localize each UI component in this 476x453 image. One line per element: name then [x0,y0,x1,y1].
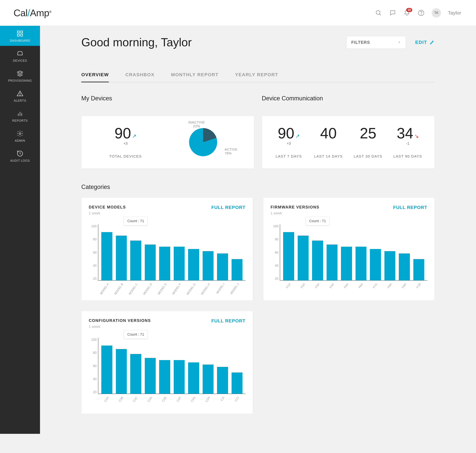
pencil-icon [429,40,435,45]
bar: C2E [159,338,170,394]
svg-point-9 [20,95,20,95]
comm-metric: 90↗+3LAST 7 DAYS [271,126,307,159]
comm-value: 34 [397,126,413,141]
bar: MODEL E [159,224,170,280]
full-report-link[interactable]: FULL REPORT [211,318,245,324]
comm-metric: 34↘-1LAST 90 DAYS [390,126,426,159]
comm-value: 90 [278,126,294,141]
chat-icon[interactable] [389,9,396,16]
chart-title: DEVICE MODELS [89,205,126,209]
help-icon[interactable] [418,9,425,16]
svg-rect-5 [21,31,23,33]
svg-line-1 [380,14,381,15]
page-title: Good morning, Taylor [81,36,192,49]
card-my-devices: 90 ↗ +3 TOTAL DEVICES INACTIVE 22% [81,116,254,169]
tabs: OVERVIEW CRASHBOX MONTHLY REPORT YEARLY … [81,72,435,82]
section-title-my-devices: My Devices [81,95,254,102]
arrow-down-icon: ↘ [414,134,419,139]
bar: F7A [370,224,381,280]
arrow-up-icon: ↗ [295,134,300,139]
card-device-communication: 90↗+3LAST 7 DAYS40 LAST 14 DAYS25 LAST 3… [262,116,435,169]
sidebar-item-label: PROVISIONING [8,79,32,83]
bar: C2J [231,338,243,394]
bar: F2A [298,224,309,280]
comm-value: 40 [320,126,337,141]
full-report-link[interactable]: FULL REPORT [393,205,427,210]
y-axis: 10080604020 [271,224,280,281]
avatar[interactable]: TK [432,8,441,18]
bar: MODEL B [116,224,127,280]
chart-title: FIRMWARE VERSIONS [271,205,319,209]
bar-chart: MODEL AMODEL BCount : 71MODEL CMODEL DMO… [98,224,245,281]
section-title-categories: Categories [81,184,435,191]
chart-tooltip: Count : 71 [124,217,147,225]
sidebar-item-alerts[interactable]: ALERTS [0,86,40,106]
bar-chart: F1AF2ACount : 71F3AF4AF5AF6AF7AF8AF9AF1B [280,224,427,281]
total-devices-value: 90 [115,126,131,141]
total-devices-caption: TOTAL DEVICES [109,154,142,159]
bar: C2H [203,338,214,394]
sidebar-item-label: AUDIT LOGS [10,159,30,163]
svg-rect-7 [21,34,23,36]
comm-caption: LAST 7 DAYS [271,154,307,159]
bar: MODEL G [188,224,199,280]
total-devices-delta: +3 [109,141,142,146]
chart-tooltip: Count : 71 [306,217,329,225]
comm-caption: LAST 90 DAYS [390,154,426,159]
bar: C2B [116,338,127,394]
chart-title: CONFIGURATION VERSIONS [89,318,151,323]
bar: MODEL F [174,224,185,280]
filters-dropdown[interactable]: FILTERS [346,36,406,49]
full-report-link[interactable]: FULL REPORT [211,205,245,210]
sidebar-item-admin[interactable]: ADMIN [0,126,40,146]
sidebar-item-label: DASHBOARD [10,39,30,42]
sidebar-item-devices[interactable]: DEVICES [0,46,40,66]
bar: F4A [327,224,338,280]
chart-subtitle: 1 week [89,325,151,329]
topbar: Cal/Amp® 16 TK Taylor [0,0,476,26]
y-axis: 10080604020 [89,224,98,281]
bar: F6A [356,224,367,280]
svg-rect-4 [17,31,19,33]
search-icon[interactable] [375,9,382,16]
sidebar-item-dashboard[interactable]: DASHBOARD [0,26,40,46]
comm-metric: 40 LAST 14 DAYS [310,126,347,159]
sidebar-item-provisioning[interactable]: PROVISIONING [0,66,40,86]
bar: C2D [145,338,156,394]
sidebar-item-reports[interactable]: REPORTS [0,106,40,126]
main-content: Good morning, Taylor FILTERS EDIT OVERVI… [40,26,476,434]
sidebar-item-label: DEVICES [13,59,27,63]
chart-card-config: CONFIGURATION VERSIONS1 weekFULL REPORT1… [81,311,253,414]
bar: MODEL A [101,224,112,280]
tab-crashbox[interactable]: CRASHBOX [125,72,154,82]
bar: C2I [217,338,228,394]
tab-yearly-report[interactable]: YEARLY REPORT [235,72,278,82]
tab-overview[interactable]: OVERVIEW [81,72,109,82]
sidebar: DASHBOARD DEVICES PROVISIONING ALERTS RE… [0,26,40,434]
bar: C2G [188,338,199,394]
bar: F9A [399,224,410,280]
bar: F1A [283,224,294,280]
filters-label: FILTERS [351,40,370,45]
comm-caption: LAST 14 DAYS [310,154,347,159]
tab-monthly-report[interactable]: MONTHLY REPORT [171,72,219,82]
svg-point-13 [19,133,21,134]
bar: C2F [174,338,185,394]
comm-delta: +3 [271,141,307,146]
comm-delta: -1 [390,141,426,146]
sidebar-item-audit-logs[interactable]: AUDIT LOGS [0,146,40,166]
sidebar-item-label: REPORTS [12,119,28,122]
chevron-down-icon [398,41,401,44]
arrow-up-icon: ↗ [132,134,137,139]
sidebar-item-label: ADMIN [15,139,25,142]
bar: MODEL D [145,224,156,280]
section-title-device-comm: Device Communication [262,95,435,102]
edit-button[interactable]: EDIT [415,40,435,45]
brand-logo: Cal/Amp® [14,7,51,18]
comm-caption: LAST 30 DAYS [350,154,386,159]
bar: F1B [413,224,424,280]
svg-point-0 [376,10,380,14]
comm-value: 25 [360,126,376,141]
bar: MODEL H [203,224,214,280]
bell-icon[interactable]: 16 [403,9,411,16]
